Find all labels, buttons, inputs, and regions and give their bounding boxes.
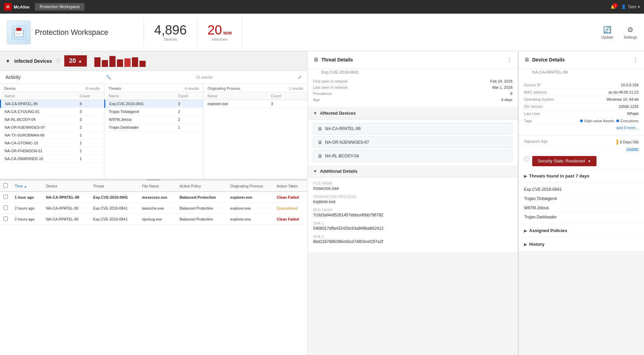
security-state-label: Security State: Resoloved [538,159,585,164]
age-row: Age 6 days [313,97,512,103]
sha2-label: SHA-2 [313,235,512,239]
expand-button[interactable]: ⤢ [298,74,302,80]
log-row[interactable]: 2 hours ago NA-CA-RPATEL-99 Exp.CVE-2018… [0,214,307,225]
infections-stat[interactable]: 20 NOW Infections [197,19,242,46]
sig-age-bar [617,139,618,145]
device-col[interactable]: Device [43,181,90,191]
table-row[interactable]: NA-RL-BCODY-043 [1,116,104,124]
user-info[interactable]: 👤 Taeo ▾ [621,4,640,9]
last-seen-value: Mar 1, 2018 [492,85,512,89]
update-link-row: Update [524,146,639,151]
chevron-down-icon: ▾ [638,4,640,9]
table-row[interactable]: NA-OR-NJENNIGES-972 [1,124,104,131]
header-bar: Protection Workspace 4,896 Devices 20 NO… [0,14,644,51]
device-name-label: NA-OR-NJENNIGES-97 [325,140,369,145]
row-checkbox[interactable] [3,216,8,221]
list-item[interactable]: 🖥NA-CA-RPATEL-99 [313,123,512,134]
threat-cell: Exp.CVE-2018-0841 [90,191,138,203]
table-row[interactable]: NA-OR-PHEMSON-511 [1,147,104,155]
table-row[interactable]: Trojan.Darkloader1 [105,124,203,131]
log-row[interactable]: 1 hour ago NA-CA-RPATEL-99 Exp.CVE-2018-… [0,191,307,203]
list-item[interactable]: Exp.CVE-2018-0841 [524,185,639,194]
device-name-label: NA-RL-BCODY-04 [325,154,359,158]
table-row[interactable]: explorer.exe3 [203,100,307,108]
device-cell: NA-CA-RPATEL-99 [43,191,90,203]
info-icon[interactable]: ⓘ [56,58,60,64]
process-col[interactable]: Originating Process [227,181,273,191]
chart-bar [139,61,146,67]
sig-age-row: Signature Age 6 Days Old [524,138,639,146]
tags-row: Tags High-value AssetsExecutives [524,117,639,125]
assigned-policies-header[interactable]: ▶ Assigned Policies [519,224,644,237]
table-row[interactable]: NA-CA-CYOUNG-013 [1,108,104,116]
list-item[interactable]: 🖥NA-RL-BCODY-04 [313,150,512,162]
assigned-policies-title: Assigned Policies [529,228,567,233]
devices-stat[interactable]: 4,896 Devices [144,19,197,46]
affected-devices-title: Affected Devices [320,111,356,116]
notification-bell[interactable]: 🔔 1 [611,4,616,9]
originating-process-detail: Originating Process explorer.exe [313,195,512,204]
list-item[interactable]: 🖥NA-OR-NJENNIGES-97 [313,137,512,148]
security-state-button[interactable]: Security State: Resoloved ▼ [532,156,596,166]
table-row[interactable]: W97M.Jelous2 [105,116,203,124]
tags-label: Tags [524,119,565,123]
orig-name-cell: explorer.exe [203,100,267,108]
update-button[interactable]: 🔄 Update [601,26,613,39]
filename-col[interactable]: File Name [138,181,176,191]
infected-count: 20 [69,57,76,65]
sig-age-value: 6 Days Old [620,140,639,144]
row-checkbox[interactable] [3,195,8,199]
activity-search-button[interactable]: 🔍 [106,75,111,80]
settings-icon: ⚙ [627,26,633,34]
time-col[interactable]: Time ▲ [11,181,43,191]
top-nav-tab[interactable]: Protection Workspace [35,3,84,11]
table-row[interactable]: NA-CA-GTOMIC-181 [1,139,104,147]
infections-count: 20 [207,24,222,37]
select-all-checkbox[interactable] [3,183,8,188]
device-count-cell: 1 [76,139,104,147]
threat-count-cell: 2 [174,108,203,116]
list-item[interactable]: Trojan.Tinbalgen4 [524,194,639,203]
os-version-label: OS Version [524,104,565,109]
prevalence-value: 6 [510,91,512,96]
update-link[interactable]: Update [627,147,639,151]
threat-details-title: Threat Details [321,57,353,62]
originating-section-title: Originating Process [207,86,240,90]
additional-details-toggle[interactable]: ▼ Additional Details [308,165,518,178]
threats-section-title: Threats [108,86,121,90]
table-row[interactable]: Exp.CVE-2018-08413 [105,100,203,108]
history-header[interactable]: ▶ History [519,238,644,251]
threats-table: Name Count Exp.CVE-2018-08413Trojan.Tinb… [104,92,203,131]
devices-section-title: Device [4,86,16,90]
threat-count-cell: 2 [174,116,203,124]
additional-details-section: ▼ Additional Details File Name mssecsvc.… [308,165,518,252]
threat-col[interactable]: Threat [90,181,138,191]
time-cell: 2 hours ago [11,214,43,225]
table-row[interactable]: NA-CA-SWARRIER-161 [1,155,104,163]
source-ip-value: 10.0.0.159 [621,83,639,87]
prevalence-label: Prevalence [313,91,332,96]
device-more-menu[interactable]: ⋮ [632,56,639,63]
row-checkbox[interactable] [3,205,8,210]
and-more-link[interactable]: and 3 more... [616,126,639,130]
action-col[interactable]: Action Taken [273,181,307,191]
process-cell: explorer.exe [227,214,273,225]
infected-toggle-icon[interactable]: ▼ [5,58,10,64]
log-row[interactable]: 2 hours ago NA-CA-RPATEL-99 Exp.CVE-2018… [0,203,307,214]
device-count-cell: 3 [76,116,104,124]
settings-button[interactable]: ⚙ Settings [623,26,637,39]
mac-address-value: ac:de:48:00:11:22 [608,90,639,94]
policy-col[interactable]: Active Policy [176,181,227,191]
info-circle-icon[interactable]: i [524,156,529,161]
list-item[interactable]: Trojan.Darkloader [524,213,639,222]
threats-7days-header[interactable]: ▶ Threats found in past 7 days [519,169,644,183]
affected-devices-toggle[interactable]: ▼ Affected Devices [308,107,518,119]
chevron-down-icon: ▼ [313,111,317,116]
threat-more-menu[interactable]: ⋮ [506,56,512,63]
table-row[interactable]: Trojan.Tinbalgen42 [105,108,203,116]
list-item[interactable]: W97M.Jelous [524,203,639,213]
table-row[interactable]: NA-TX-SGROBMAN-661 [1,131,104,139]
device-name-cell: NA-OR-NJENNIGES-97 [1,124,76,131]
infected-badge: 20 ▲ [64,55,87,67]
table-row[interactable]: NA-CA-RPATEL-998 [1,100,104,108]
